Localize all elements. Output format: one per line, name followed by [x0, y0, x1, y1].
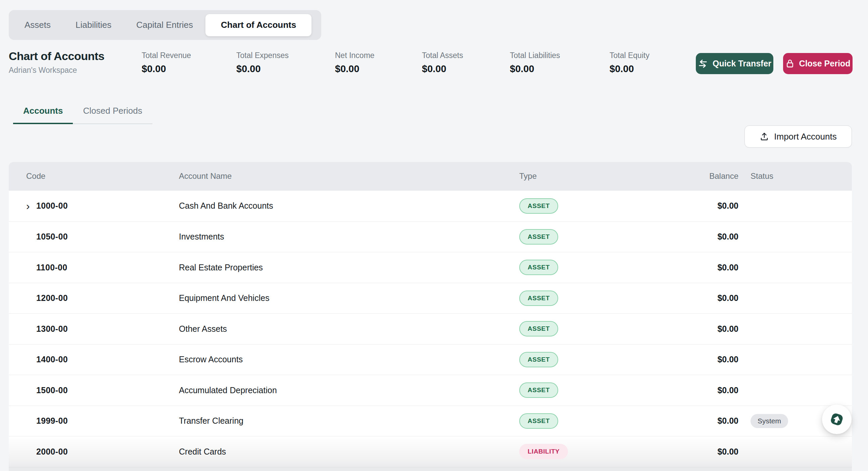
- table-row[interactable]: 1999-00 Transfer Clearing ASSET $0.00 Sy…: [9, 406, 852, 436]
- chevron-right-icon[interactable]: ›: [26, 201, 36, 211]
- table-row[interactable]: ›1000-00 Cash And Bank Accounts ASSET $0…: [9, 191, 852, 222]
- column-header-account-name: Account Name: [179, 171, 519, 181]
- lock-icon: [785, 59, 795, 68]
- tab-chart-of-accounts[interactable]: Chart of Accounts: [206, 14, 311, 36]
- type-badge: ASSET: [519, 198, 558, 214]
- quick-transfer-button[interactable]: Quick Transfer: [696, 53, 773, 74]
- type-badge: ASSET: [519, 291, 558, 306]
- tab-accounts[interactable]: Accounts: [13, 106, 73, 124]
- column-header-balance: Balance: [671, 171, 738, 181]
- logo-arrow-icon: [829, 412, 844, 427]
- tab-assets[interactable]: Assets: [12, 14, 63, 36]
- top-tab-bar: Assets Liabilities Capital Entries Chart…: [9, 10, 321, 40]
- type-badge: ASSET: [519, 321, 558, 336]
- status-badge: System: [750, 414, 788, 428]
- type-badge: ASSET: [519, 260, 558, 275]
- table-row[interactable]: 1050-00 Investments ASSET $0.00: [9, 222, 852, 252]
- stat-total-equity: Total Equity $0.00: [610, 51, 650, 74]
- tab-liabilities[interactable]: Liabilities: [63, 14, 124, 36]
- table-row[interactable]: 1300-00 Other Assets ASSET $0.00: [9, 313, 852, 344]
- table-bottom-edge: [9, 467, 852, 471]
- type-badge: ASSET: [519, 229, 558, 244]
- column-header-status: Status: [738, 171, 836, 181]
- table-row[interactable]: 1100-00 Real Estate Properties ASSET $0.…: [9, 252, 852, 283]
- column-header-type: Type: [519, 171, 671, 181]
- type-badge: ASSET: [519, 413, 558, 429]
- table-row[interactable]: 1500-00 Accumulated Depreciation ASSET $…: [9, 375, 852, 406]
- stat-total-assets: Total Assets $0.00: [422, 51, 510, 74]
- accounts-table: Code Account Name Type Balance Status ›1…: [9, 162, 852, 471]
- type-badge: LIABILITY: [519, 444, 568, 459]
- table-header-row: Code Account Name Type Balance Status: [9, 162, 852, 191]
- stat-net-income: Net Income $0.00: [335, 51, 422, 74]
- upload-icon: [760, 132, 769, 141]
- page-header: Chart of Accounts Adrian's Workspace: [9, 49, 104, 75]
- type-badge: ASSET: [519, 352, 558, 367]
- floating-logo-button[interactable]: [822, 405, 851, 434]
- view-tabs: Accounts Closed Periods: [13, 106, 152, 124]
- table-row[interactable]: 1400-00 Escrow Accounts ASSET $0.00: [9, 344, 852, 375]
- import-accounts-button[interactable]: Import Accounts: [744, 126, 852, 147]
- table-row[interactable]: 1200-00 Equipment And Vehicles ASSET $0.…: [9, 283, 852, 314]
- stat-total-expenses: Total Expenses $0.00: [236, 51, 335, 74]
- type-badge: ASSET: [519, 382, 558, 398]
- summary-stats: Total Revenue $0.00 Total Expenses $0.00…: [142, 51, 650, 74]
- swap-arrows-icon: [698, 59, 708, 68]
- table-row[interactable]: 2000-00 Credit Cards LIABILITY $0.00: [9, 436, 852, 467]
- tab-capital-entries[interactable]: Capital Entries: [124, 14, 206, 36]
- tab-closed-periods[interactable]: Closed Periods: [73, 106, 152, 124]
- stat-total-revenue: Total Revenue $0.00: [142, 51, 236, 74]
- close-period-button[interactable]: Close Period: [783, 53, 852, 74]
- workspace-name: Adrian's Workspace: [9, 66, 104, 75]
- column-header-code: Code: [26, 171, 179, 181]
- page-title: Chart of Accounts: [9, 49, 104, 63]
- stat-total-liabilities: Total Liabilities $0.00: [510, 51, 610, 74]
